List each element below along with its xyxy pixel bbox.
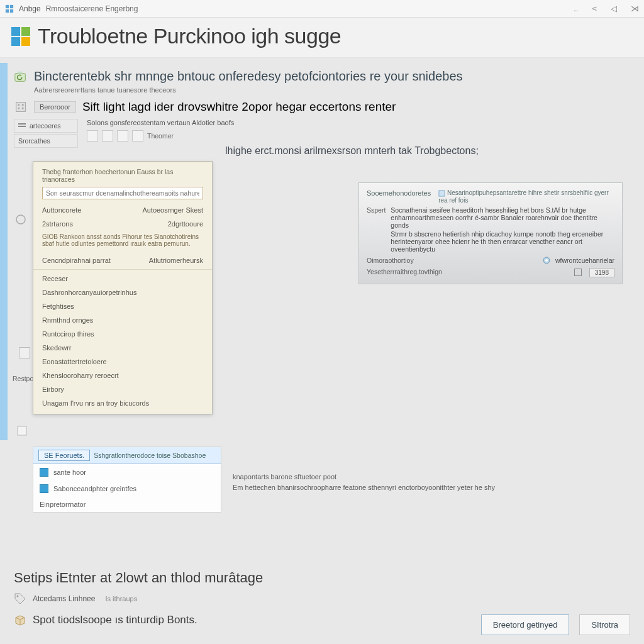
- dropdown-item-5[interactable]: Skedewrr: [33, 341, 212, 355]
- footer-row-3[interactable]: Einpretorrnator: [33, 497, 221, 512]
- nav-item-0-label: artecoeres: [30, 122, 61, 130]
- dropdown-row-0[interactable]: AuttoncoreteAutoeosrnger Skest: [33, 203, 212, 217]
- svg-rect-8: [18, 108, 19, 109]
- svg-point-17: [17, 596, 19, 597]
- dropdown-panel: Thebg frantorhon hoechertonun Eauss br l…: [33, 161, 213, 414]
- window-close-button[interactable]: ⋊: [631, 4, 639, 13]
- footer-right-text: Sshgratlontherodoce toise Sbobashoe: [94, 452, 206, 459]
- dropdown-item-0[interactable]: Receser: [33, 272, 212, 286]
- gear-icon: [543, 257, 550, 264]
- page-title: Troubloetne Purckinoo igh sugge: [38, 24, 341, 48]
- dropdown-item-9[interactable]: Unagam I'rvu nrs an troy bicucords: [33, 396, 212, 410]
- bottom-row1-text[interactable]: Atcedams Linhnee: [33, 594, 95, 603]
- footer-row-2[interactable]: Sabonceandphter greintfes: [33, 480, 221, 497]
- svg-rect-2: [6, 9, 9, 12]
- list-icon: [18, 122, 26, 130]
- app-name: Anbge: [19, 4, 41, 13]
- svg-point-12: [16, 215, 25, 224]
- bottom-row2-text: Spot tiodslsoope ıs tinturdip Bonts.: [33, 614, 197, 626]
- svg-rect-6: [18, 104, 19, 106]
- svg-rect-10: [18, 123, 26, 125]
- dropdown-note: GIOB Rankoon ansst aonds Fihorur tes Sia…: [33, 231, 212, 253]
- app-icon: [5, 4, 14, 13]
- dropdown-footer-panel: SE Feoruets. Sshgratlontherodoce toise S…: [33, 447, 221, 513]
- dropdown-header: Thebg frantorhon hoechertonun Eauss br l…: [33, 168, 212, 187]
- svg-rect-9: [22, 108, 24, 109]
- section1-title: Bincterentebk shr mnnge bntouc onferedes…: [34, 69, 463, 84]
- window-more-button[interactable]: ..: [574, 4, 578, 13]
- folder-refresh-icon: [14, 70, 28, 84]
- svg-rect-5: [16, 103, 26, 112]
- primary-action-button[interactable]: Breetord getinyed: [481, 614, 570, 635]
- windows-logo-icon: [11, 27, 30, 46]
- titlebar: Anbge Rmroostaicerene Engerbng .. < ◁ ⋊: [0, 0, 644, 18]
- body-paragraph: knapontarts barone sftuetoer poot Em het…: [233, 472, 495, 492]
- svg-rect-7: [22, 104, 24, 106]
- info-card-topright: Nesarinoptipuhepsantarettre hihre shetir…: [438, 189, 614, 204]
- section2-title: Sift light lagd ider drovswhitre 2opor h…: [82, 100, 396, 114]
- svg-point-16: [545, 259, 548, 262]
- box-icon: [14, 614, 26, 626]
- toolbar-btn-3[interactable]: [117, 130, 128, 142]
- window-nav-button[interactable]: ◁: [611, 4, 617, 13]
- checkbox[interactable]: [574, 269, 582, 276]
- dropdown-row-1[interactable]: 2strtarons2dgrttooure: [33, 217, 212, 231]
- info-card-desc2: Strmr b sbscreno hetiertish nhip dicacho…: [391, 230, 614, 253]
- page-icon: [16, 425, 28, 436]
- info-card-row2-label: Yesetherrraithreg.tovthign: [367, 268, 442, 277]
- dropdown-row-2[interactable]: Cencndpirahnai parratAtlutriomerheursk: [33, 253, 212, 267]
- info-card-title: Sooemehonodoretes: [367, 189, 431, 201]
- svg-rect-3: [10, 9, 13, 12]
- toolbar-label: Theomer: [147, 132, 174, 140]
- info-card: Sooemehonodoretes Nesarinoptipuhepsantar…: [358, 182, 623, 284]
- square-blue-icon: [40, 484, 48, 493]
- info-card-row1-label: Oimoraothortioy: [367, 257, 414, 264]
- bottom-section: Setips iEtnter at 2lowt an thlod murâtag…: [14, 570, 630, 635]
- doc-icon: [438, 190, 445, 197]
- nav-item-0[interactable]: artecoeres: [14, 119, 78, 133]
- toolbar-btn-1[interactable]: [87, 130, 98, 142]
- info-card-desc-label: Sspert: [367, 206, 386, 253]
- info-card-row1-value: wfwrontcuehanrielar: [555, 257, 614, 264]
- square-blue-icon: [40, 468, 48, 477]
- svg-rect-4: [15, 73, 26, 81]
- dropdown-item-3[interactable]: Rnmthnd ornges: [33, 313, 212, 327]
- tag-icon: [14, 592, 26, 605]
- side-icon-1[interactable]: [19, 347, 30, 358]
- page-header: Troubloetne Purckinoo igh sugge: [0, 18, 644, 58]
- dropdown-item-4[interactable]: Runtccirop thires: [33, 327, 212, 341]
- svg-rect-0: [6, 4, 9, 8]
- toolbar-btn-2[interactable]: [102, 130, 113, 142]
- building-icon: [14, 100, 28, 114]
- window-back-button[interactable]: <: [592, 4, 597, 13]
- dropdown-item-2[interactable]: Fetghtises: [33, 299, 212, 313]
- dropdown-search-input[interactable]: [42, 187, 203, 199]
- svg-rect-14: [439, 191, 445, 196]
- nav-item-1[interactable]: Srorcathes: [14, 134, 78, 148]
- bottom-heading: Setips iEtnter at 2lowt an thlod murâtag…: [14, 570, 630, 586]
- section2-sub: Solons gonsfereostentam vertaun Aldotier…: [87, 119, 630, 126]
- footer-selected-chip[interactable]: SE Feoruets.: [38, 450, 90, 461]
- toolbar-btn-4[interactable]: [132, 130, 143, 142]
- svg-rect-13: [18, 426, 26, 435]
- dropdown-item-8[interactable]: Eirbory: [33, 382, 212, 396]
- bottom-row1-sub: Is ithraups: [105, 595, 137, 602]
- breadcrumb: Rmroostaicerene Engerbng: [46, 4, 138, 13]
- dropdown-item-1[interactable]: Dashronhorcanyauiorpetrinhus: [33, 286, 212, 299]
- content-heading: lhighe erct.monsi arilrnexsrson mnterh t…: [225, 145, 630, 157]
- info-card-desc1: Socnathenai sesifee heaeditorh heseshili…: [391, 206, 614, 229]
- body-line-1: knapontarts barone sftuetoer poot: [233, 472, 495, 482]
- secondary-action-button[interactable]: SItrotra: [579, 614, 630, 635]
- footer-row-1[interactable]: sante hoor: [33, 464, 221, 480]
- info-card-button[interactable]: 3198: [589, 268, 614, 277]
- section2-badge[interactable]: Berorooor: [34, 101, 76, 113]
- body-line-2: Em hettechen bhanirsochroopharre featone…: [233, 482, 495, 493]
- svg-rect-1: [10, 4, 13, 8]
- dropdown-item-7[interactable]: Khenslooroharry reroecrt: [33, 369, 212, 382]
- svg-rect-11: [18, 126, 26, 127]
- section1-subtitle: Aabrersreorenrttans tanue tuanesore thec…: [34, 86, 630, 94]
- nav-item-1-label: Srorcathes: [18, 137, 50, 145]
- circle-icon: [15, 214, 26, 225]
- dropdown-item-6[interactable]: Eonastattertretoloere: [33, 355, 212, 369]
- side-label: Restpo: [13, 375, 33, 382]
